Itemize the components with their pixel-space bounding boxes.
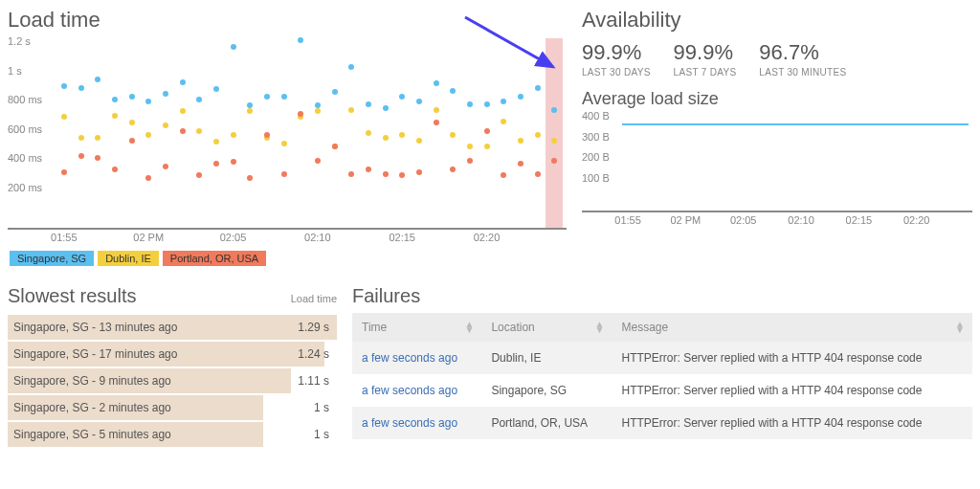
y-tick: 1 s <box>8 65 22 77</box>
slowest-label: Singapore, SG - 2 minutes ago <box>8 401 314 414</box>
slowest-results-panel: Slowest results Load time Singapore, SG … <box>0 278 345 489</box>
data-point <box>383 105 389 111</box>
data-point <box>95 155 100 161</box>
slowest-time: 1.11 s <box>298 374 337 388</box>
y-tick: 800 ms <box>8 94 42 105</box>
slowest-row[interactable]: Singapore, SG - 17 minutes ago1.24 s <box>8 342 337 367</box>
data-point <box>196 97 202 102</box>
data-point <box>213 139 219 144</box>
data-point <box>163 122 168 128</box>
slowest-row[interactable]: Singapore, SG - 5 minutes ago1 s <box>8 422 337 447</box>
slowest-time: 1.29 s <box>298 321 337 334</box>
data-point <box>145 175 151 181</box>
load-time-panel: Load time 200 ms400 ms600 ms800 ms1 s1.2… <box>0 0 574 278</box>
data-point <box>450 88 456 94</box>
data-point <box>281 171 287 177</box>
x-tick: 02:10 <box>304 232 331 243</box>
availability-label: LAST 7 DAYS <box>674 67 737 78</box>
data-point <box>535 171 541 177</box>
data-point <box>450 132 456 138</box>
x-tick: 02:20 <box>903 214 930 226</box>
slowest-title: Slowest results <box>8 285 137 307</box>
failure-time-link[interactable]: a few seconds ago <box>362 384 457 397</box>
availability-metric: 99.9%LAST 30 DAYS <box>582 40 651 78</box>
slowest-label: Singapore, SG - 9 minutes ago <box>8 374 298 388</box>
slowest-row[interactable]: Singapore, SG - 2 minutes ago1 s <box>8 395 337 420</box>
data-point <box>535 132 541 138</box>
availability-metric: 96.7%LAST 30 MINUTES <box>759 40 846 78</box>
legend-item[interactable]: Portland, OR, USA <box>163 251 266 266</box>
x-tick: 02:20 <box>474 232 501 243</box>
x-tick: 02:15 <box>389 232 415 243</box>
slowest-row[interactable]: Singapore, SG - 9 minutes ago1.11 s <box>8 368 337 393</box>
availability-label: LAST 30 MINUTES <box>759 67 846 78</box>
load-size-line <box>622 123 969 125</box>
y-tick: 400 B <box>582 110 610 122</box>
load-size-plot <box>622 117 969 211</box>
data-point <box>196 172 202 178</box>
data-point <box>145 132 151 138</box>
load-size-chart: 100 B200 B300 B400 B <box>582 117 972 212</box>
data-point <box>247 102 253 108</box>
data-point <box>467 144 473 149</box>
load-time-title: Load time <box>8 8 567 33</box>
legend-item[interactable]: Singapore, SG <box>10 251 94 266</box>
data-point <box>434 80 439 86</box>
data-point <box>213 161 219 167</box>
data-point <box>180 79 186 85</box>
failure-location: Singapore, SG <box>481 374 612 407</box>
legend-item[interactable]: Dublin, IE <box>98 251 159 266</box>
table-row: a few seconds agoDublin, IEHTTPError: Se… <box>352 342 972 374</box>
data-point <box>315 108 321 114</box>
data-point <box>551 158 557 164</box>
data-point <box>518 94 523 100</box>
data-point <box>315 158 321 164</box>
availability-value: 96.7% <box>759 40 846 65</box>
data-point <box>416 99 422 104</box>
slowest-row[interactable]: Singapore, SG - 13 minutes ago1.29 s <box>8 315 337 340</box>
y-tick: 600 ms <box>8 123 42 135</box>
slowest-label: Singapore, SG - 5 minutes ago <box>8 428 314 441</box>
availability-label: LAST 30 DAYS <box>582 67 651 78</box>
data-point <box>112 167 118 172</box>
failures-column-header[interactable]: Location▲▼ <box>481 313 612 342</box>
data-point <box>264 132 270 138</box>
y-tick: 200 B <box>582 151 610 163</box>
failure-message: HTTPError: Server replied with a HTTP 40… <box>612 374 973 407</box>
failure-message: HTTPError: Server replied with a HTTP 40… <box>612 407 973 439</box>
data-point <box>163 164 168 169</box>
load-time-chart: 200 ms400 ms600 ms800 ms1 s1.2 s <box>8 38 567 230</box>
data-point <box>366 130 371 136</box>
load-time-y-axis: 200 ms400 ms600 ms800 ms1 s1.2 s <box>8 38 52 228</box>
data-point <box>281 141 287 146</box>
failure-time-link[interactable]: a few seconds ago <box>362 416 457 430</box>
data-point <box>78 85 84 91</box>
load-size-x-axis: 01:5502 PM02:0502:1002:1502:20 <box>622 212 969 230</box>
data-point <box>231 132 236 138</box>
x-tick: 02:15 <box>846 214 873 226</box>
data-point <box>467 101 473 107</box>
failure-message: HTTPError: Server replied with a HTTP 40… <box>612 342 973 374</box>
load-time-x-axis: 01:5502 PM02:0502:1002:1502:20 <box>56 230 563 247</box>
load-time-plot <box>56 38 563 228</box>
data-point <box>196 128 202 134</box>
x-tick: 01:55 <box>614 214 641 226</box>
data-point <box>551 138 557 144</box>
data-point <box>112 113 118 119</box>
failure-band <box>546 38 563 228</box>
data-point <box>366 167 371 172</box>
failures-column-header[interactable]: Time▲▼ <box>352 313 481 342</box>
data-point <box>348 171 354 177</box>
data-point <box>416 169 422 175</box>
failures-column-header[interactable]: Message▲▼ <box>612 313 973 342</box>
data-point <box>247 175 253 181</box>
data-point <box>247 108 253 114</box>
data-point <box>501 99 506 104</box>
data-point <box>61 169 67 175</box>
data-point <box>484 144 490 149</box>
availability-metric: 99.9%LAST 7 DAYS <box>674 40 737 78</box>
data-point <box>416 138 422 144</box>
data-point <box>78 153 84 159</box>
failure-time-link[interactable]: a few seconds ago <box>362 351 457 365</box>
data-point <box>399 132 405 138</box>
